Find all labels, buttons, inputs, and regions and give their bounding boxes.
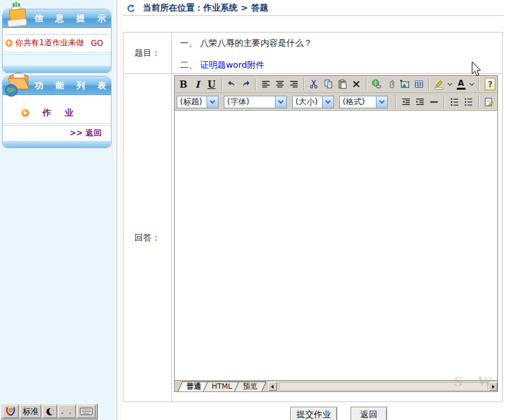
insert-image-button[interactable]	[398, 77, 411, 91]
vertical-separator	[116, 0, 118, 420]
ordered-list-icon	[450, 97, 460, 107]
notice-text: 你共有1道作业未做	[15, 37, 84, 49]
undo-button[interactable]	[225, 77, 238, 91]
unordered-list-button[interactable]	[462, 95, 475, 109]
size-select[interactable]: (大小)	[292, 96, 334, 108]
attachment-icon	[386, 79, 394, 89]
align-center-button[interactable]	[273, 77, 286, 91]
copy-button[interactable]	[321, 77, 335, 91]
info-panel-header: 信 息 提 示	[3, 9, 111, 28]
question-row: 题目： 一、 八荣八辱的主要内容是什么？ 二、 证明题word附件	[124, 33, 502, 74]
triangle-left-icon	[271, 385, 274, 389]
info-panel-title: 信 息 提 示	[35, 13, 111, 23]
insert-image-icon	[399, 79, 410, 89]
menu-panel-title: 功 能 列 表	[35, 80, 111, 90]
mouse-cursor	[471, 62, 483, 80]
format-select[interactable]: (格式)	[339, 96, 388, 108]
align-right-button[interactable]	[288, 77, 301, 91]
italic-button[interactable]: I	[191, 77, 204, 91]
insert-table-icon	[414, 79, 424, 89]
cut-button[interactable]	[307, 77, 321, 91]
submit-homework-button[interactable]: 提交作业	[290, 407, 337, 420]
toolbar-separator	[366, 78, 367, 90]
word-attachment-link[interactable]: 证明题word附件	[200, 60, 264, 70]
align-left-icon	[261, 79, 271, 89]
chevron-down-icon	[469, 81, 474, 86]
arrow-bullet-icon	[5, 39, 13, 47]
editor-toolbar-row1: B I U	[175, 76, 497, 93]
highlight-dropdown-button[interactable]	[446, 77, 454, 91]
info-panel: 信 息 提 示 你共有1道作业未做 GO	[2, 9, 112, 73]
help-button[interactable]: ?	[485, 78, 495, 90]
question-content: 一、 八荣八辱的主要内容是什么？ 二、 证明题word附件	[172, 33, 502, 73]
answer-label: 回答：	[124, 74, 172, 401]
question-line2-prefix: 二、	[180, 60, 200, 70]
homework-answer-page: 信 息 提 示 你共有1道作业未做 GO 功 能 列 表	[0, 0, 506, 420]
format-select-value: (格式)	[339, 96, 377, 108]
panel-padding	[3, 54, 111, 66]
font-color-button[interactable]: A	[454, 77, 467, 91]
ordered-list-button[interactable]	[448, 95, 461, 109]
breadcrumb: 当前所在位置：作业系统 > 答题	[126, 2, 268, 14]
ime-bar: 标准 。，	[1, 403, 98, 419]
question-line2: 二、 证明题word附件	[180, 59, 502, 71]
paste-button[interactable]	[335, 77, 349, 91]
qa-table: 题目： 一、 八荣八辱的主要内容是什么？ 二、 证明题word附件 回答： B …	[123, 32, 503, 402]
bold-button[interactable]: B	[177, 77, 190, 91]
question-line1: 一、 八荣八辱的主要内容是什么？	[180, 37, 502, 49]
clear-format-icon	[483, 97, 494, 107]
scroll-left-button[interactable]	[268, 382, 277, 391]
align-center-icon	[275, 79, 285, 89]
back-button[interactable]: 返回	[351, 407, 387, 420]
answer-content: B I U	[172, 74, 502, 401]
moon-icon	[46, 408, 54, 415]
dropdown-arrow-icon[interactable]	[276, 96, 287, 108]
toolbar-separator	[255, 78, 256, 90]
ime-mode-button[interactable]: 标准	[20, 405, 41, 418]
insert-table-button[interactable]	[412, 77, 426, 91]
undo-icon	[226, 79, 236, 89]
align-left-button[interactable]	[259, 77, 272, 91]
paste-icon	[337, 79, 347, 89]
toolbar-separator	[444, 96, 445, 108]
delete-button[interactable]	[350, 77, 363, 91]
answer-row: 回答： B I U	[124, 74, 502, 401]
font-select[interactable]: (字体)	[224, 96, 287, 108]
dropdown-arrow-icon[interactable]	[323, 96, 334, 108]
highlight-color-button[interactable]	[432, 77, 446, 91]
folder-globe-icon	[4, 68, 33, 99]
tab-preview[interactable]: 预览	[234, 381, 266, 391]
refresh-icon	[126, 4, 135, 13]
underline-icon: U	[207, 80, 215, 89]
watermark: S W	[454, 373, 498, 390]
hyperlink-button[interactable]	[370, 77, 383, 91]
indent-button[interactable]	[413, 95, 426, 109]
horizontal-rule-button[interactable]	[428, 95, 441, 109]
editor-canvas[interactable]	[175, 111, 497, 381]
ime-fullwidth-button[interactable]	[42, 405, 57, 418]
breadcrumb-label: 当前所在位置：作业系统 > 答题	[143, 2, 268, 14]
hyperlink-icon	[371, 79, 382, 89]
panel-bottom-strip	[3, 141, 111, 148]
rich-text-editor: B I U	[174, 75, 498, 392]
redo-button[interactable]	[239, 77, 252, 91]
sidebar-item-homework[interactable]: 作 业	[3, 104, 111, 122]
font-select-value: (字体)	[224, 96, 276, 108]
sidebar-back-link[interactable]: >> 返回	[3, 126, 111, 141]
cut-icon	[309, 79, 319, 89]
ime-logo-icon[interactable]	[3, 405, 19, 418]
underline-button[interactable]: U	[205, 77, 218, 91]
ime-punctuation-button[interactable]: 。，	[58, 405, 76, 418]
menu-panel-header: 功 能 列 表	[3, 76, 111, 95]
italic-icon: I	[195, 80, 200, 89]
dropdown-arrow-icon[interactable]	[377, 96, 388, 108]
question-label: 题目：	[124, 33, 172, 73]
ime-keyboard-button[interactable]	[77, 405, 96, 418]
copy-icon	[323, 79, 333, 89]
dropdown-arrow-icon[interactable]	[207, 96, 218, 108]
attachment-button[interactable]	[384, 77, 397, 91]
outdent-button[interactable]	[399, 95, 412, 109]
clear-format-button[interactable]	[482, 95, 495, 109]
heading-select[interactable]: (标题)	[177, 96, 218, 108]
go-link[interactable]: GO	[91, 39, 104, 48]
